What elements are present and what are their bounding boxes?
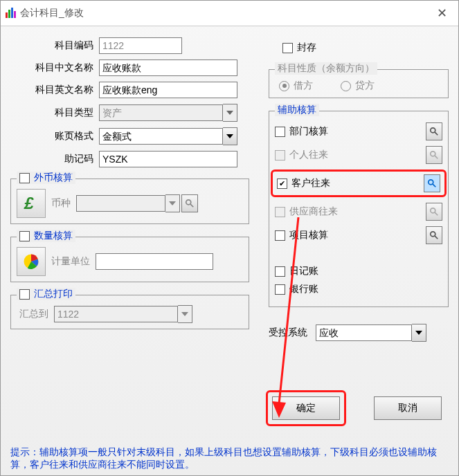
currency-value	[76, 195, 165, 212]
ctrl-system-value: 应收	[316, 324, 412, 341]
chevron-down-icon[interactable]	[412, 324, 426, 342]
customer-checkbox[interactable]	[277, 178, 287, 189]
title-bar: 会计科目_修改 ✕	[1, 1, 458, 26]
nature-legend: 科目性质（余额方向）	[275, 62, 377, 75]
seal-checkbox[interactable]	[282, 43, 293, 53]
supplier-checkbox-row: 供应商往来	[275, 205, 338, 218]
close-icon[interactable]: ✕	[430, 6, 454, 21]
client-area: 科目编码 1122 科目中文名称 应收账款 科目英文名称 应收账款eng 科目类…	[1, 26, 458, 476]
svg-line-17	[435, 236, 438, 239]
currency-search-button	[181, 194, 198, 212]
ok-highlight: 确定	[266, 390, 346, 426]
label-page-fmt: 账页格式	[10, 130, 93, 143]
qty-legend[interactable]: 数量核算	[17, 230, 75, 242]
chevron-down-icon	[223, 104, 237, 122]
nature-fieldset: 科目性质（余额方向） 借方 贷方	[269, 69, 449, 98]
chevron-down-icon[interactable]	[223, 127, 237, 145]
svg-point-8	[431, 128, 435, 133]
type-value: 资产	[99, 104, 223, 121]
fx-fieldset: 外币核算 £ 币种	[10, 178, 249, 224]
qty-checkbox[interactable]	[19, 231, 30, 241]
label-type: 科目类型	[10, 107, 93, 119]
svg-rect-1	[8, 10, 10, 18]
page-fmt-value: 金额式	[99, 128, 223, 145]
currency-select	[76, 194, 180, 212]
person-checkbox	[275, 150, 285, 161]
bank-checkbox[interactable]	[275, 284, 285, 295]
seal-label: 封存	[297, 42, 316, 54]
svg-point-12	[429, 180, 433, 185]
label-mnemonic: 助记码	[10, 153, 93, 165]
aux-legend: 辅助核算	[275, 104, 319, 116]
cn-name-input[interactable]: 应收账款	[99, 60, 237, 76]
sumprint-fieldset: 汇总打印 汇总到 1122	[10, 295, 249, 329]
help-tip: 提示：辅助核算项一般只针对末级科目，如果上级科目也想设置辅助核算，下级科目必须也…	[10, 446, 449, 470]
page-fmt-select[interactable]: 金额式	[99, 127, 237, 145]
currency-icon: £	[17, 189, 46, 218]
right-column: 封存 科目性质（余额方向） 借方 贷方 辅助核算 部门核算 个人往来	[269, 37, 449, 342]
svg-point-16	[431, 232, 435, 237]
svg-line-11	[435, 156, 438, 158]
bank-checkbox-row[interactable]: 银行账	[275, 283, 318, 295]
seal-checkbox-row[interactable]: 封存	[282, 42, 316, 54]
aux-fieldset: 辅助核算 部门核算 个人往来 客户往来 供应商往来	[269, 111, 449, 307]
sum-to-value: 1122	[54, 306, 178, 322]
person-search-button	[426, 146, 442, 164]
credit-radio: 贷方	[341, 80, 375, 92]
svg-line-13	[433, 184, 435, 187]
supplier-checkbox	[275, 207, 285, 217]
cancel-button[interactable]: 取消	[374, 396, 442, 420]
en-name-input[interactable]: 应收账款eng	[99, 82, 237, 98]
ctrl-system-select[interactable]: 应收	[316, 324, 426, 342]
project-checkbox[interactable]	[275, 230, 285, 241]
label-cn-name: 科目中文名称	[10, 62, 93, 74]
left-column: 科目编码 1122 科目中文名称 应收账款 科目英文名称 应收账款eng 科目类…	[10, 37, 249, 329]
sumprint-legend-label: 汇总打印	[34, 288, 73, 300]
sum-to-select: 1122	[54, 305, 192, 323]
chevron-down-icon	[178, 305, 192, 323]
customer-highlight: 客户往来	[271, 170, 447, 197]
svg-rect-3	[14, 11, 16, 18]
svg-point-5	[186, 200, 191, 205]
ok-button[interactable]: 确定	[272, 396, 340, 420]
project-search-button[interactable]	[426, 226, 442, 244]
fx-checkbox[interactable]	[19, 173, 30, 183]
svg-rect-2	[11, 8, 13, 18]
pie-icon	[17, 247, 46, 276]
fx-legend[interactable]: 外币核算	[17, 172, 75, 184]
label-code: 科目编码	[10, 39, 93, 52]
svg-point-14	[431, 208, 435, 213]
journal-checkbox[interactable]	[275, 266, 285, 277]
button-row: 确定 取消	[266, 390, 442, 426]
svg-line-15	[435, 212, 438, 215]
debit-radio: 借方	[279, 80, 313, 92]
account-edit-dialog: 会计科目_修改 ✕ 科目编码 1122 科目中文名称 应收账款 科目英文名称 应…	[0, 0, 459, 476]
mnemonic-input[interactable]: YSZK	[99, 151, 237, 167]
type-select: 资产	[99, 104, 237, 122]
window-title: 会计科目_修改	[20, 7, 84, 19]
chevron-down-icon	[165, 194, 180, 212]
dept-checkbox-row[interactable]: 部门核算	[275, 125, 328, 138]
label-en-name: 科目英文名称	[10, 84, 93, 96]
label-currency: 币种	[51, 197, 71, 210]
svg-rect-0	[6, 12, 8, 18]
sumprint-legend[interactable]: 汇总打印	[17, 288, 75, 300]
dept-checkbox[interactable]	[275, 127, 285, 137]
customer-checkbox-row[interactable]: 客户往来	[277, 177, 330, 190]
customer-search-button[interactable]	[424, 174, 440, 192]
dept-search-button[interactable]	[426, 122, 442, 140]
ctrl-system-row: 受控系统 应收	[269, 324, 449, 342]
svg-line-9	[435, 132, 438, 135]
svg-point-10	[431, 152, 435, 156]
code-input: 1122	[99, 37, 182, 54]
sumprint-checkbox[interactable]	[19, 289, 30, 300]
app-icon	[5, 7, 17, 19]
label-unit: 计量单位	[51, 255, 90, 268]
project-checkbox-row[interactable]: 项目核算	[275, 229, 328, 241]
unit-input	[96, 253, 213, 270]
supplier-search-button	[426, 203, 442, 221]
fx-legend-label: 外币核算	[34, 172, 73, 184]
label-sum-to: 汇总到	[19, 308, 48, 320]
journal-checkbox-row[interactable]: 日记账	[275, 265, 318, 277]
qty-legend-label: 数量核算	[34, 230, 73, 242]
